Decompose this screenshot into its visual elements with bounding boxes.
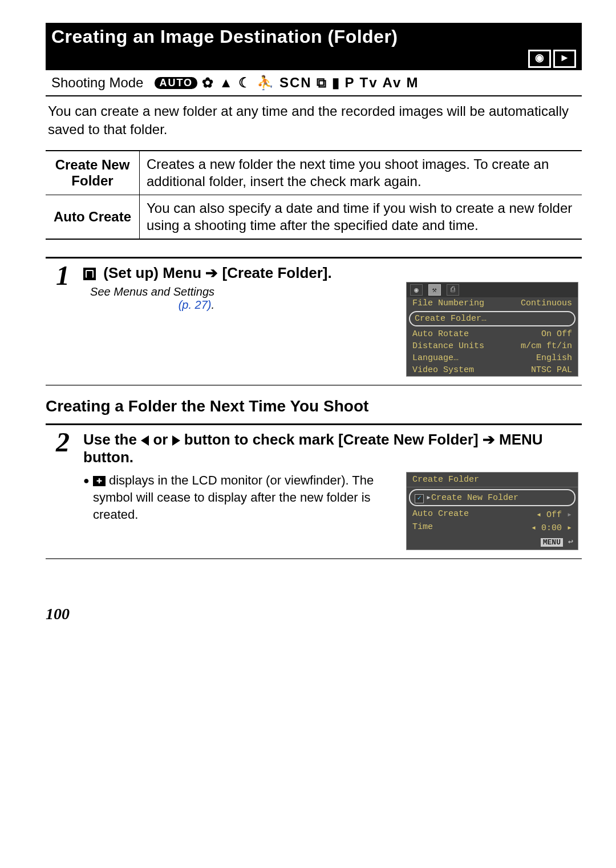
lcd-row: Time◂ 0:00 ▸ xyxy=(407,521,578,534)
arrow-right-icon: ➔ xyxy=(483,431,495,449)
intro-text: You can create a new folder at any time … xyxy=(48,102,579,139)
lcd-tab-camera-icon: ◉ xyxy=(410,284,423,296)
mode-scn-icon: SCN xyxy=(279,75,312,91)
mode-m-icon: M xyxy=(406,75,419,91)
lcd-screenshot-2: Create Folder ✓▸Create New Folder Auto C… xyxy=(406,472,578,550)
mode-auto-icon: AUTO xyxy=(155,77,197,89)
lcd-row: File NumberingContinuous xyxy=(407,297,578,309)
table-row: Auto Create You can also specify a date … xyxy=(46,195,582,240)
checkbox-icon: ✓ xyxy=(415,494,424,503)
arrow-right-icon: ➔ xyxy=(205,264,218,282)
lcd-tab-tools-icon: ⚒ xyxy=(428,284,441,296)
def-label: Create New Folder xyxy=(46,151,140,195)
mode-landscape-icon: ▲ xyxy=(219,75,234,91)
see-reference: See Menus and Settings (p. 27). xyxy=(83,285,397,312)
def-desc: You can also specify a date and time if … xyxy=(140,195,582,240)
return-icon: ↩ xyxy=(568,538,573,547)
menu-button-label: MENU xyxy=(541,538,563,547)
lcd-row: Auto RotateOn Off xyxy=(407,328,578,340)
lcd-title: Create Folder xyxy=(407,473,578,487)
step-number: 2 xyxy=(46,425,80,558)
step-heading: (Set up) Menu ➔ [Create Folder]. xyxy=(83,264,578,282)
title-mode-icons: ◉► xyxy=(51,50,576,68)
mode-portrait-icon: ✿ xyxy=(202,75,214,91)
bullet-text: displays in the LCD monitor (or viewfind… xyxy=(93,473,374,522)
bullet-dot-icon: ● xyxy=(83,472,90,523)
shooting-mode-icons: AUTO ✿ ▲ ☾ ⛹ SCN ⧉ ▮ P Tv Av M xyxy=(155,75,419,91)
step-heading: Use the or button to check mark [Create … xyxy=(83,431,578,466)
shooting-mode-label: Shooting Mode xyxy=(51,75,143,91)
lcd-row: Distance Unitsm/cm ft/in xyxy=(407,340,578,352)
mode-stitch-icon: ⧉ xyxy=(317,75,327,91)
step-number: 1 xyxy=(46,259,80,385)
folder-new-icon: ✚ xyxy=(93,476,106,486)
mode-tv-icon: Tv xyxy=(360,75,378,91)
bullet-item: ● ✚ displays in the LCD monitor (or view… xyxy=(83,472,397,523)
step-text-a: (Set up) Menu xyxy=(103,264,201,281)
mode-kids-icon: ⛹ xyxy=(257,75,275,91)
table-row: Create New Folder Creates a new folder t… xyxy=(46,151,582,195)
playback-icon: ► xyxy=(553,50,576,68)
lcd-selected-row: Create Folder… xyxy=(409,311,576,326)
mode-p-icon: P xyxy=(345,75,355,91)
page-ref-link[interactable]: (p. 27) xyxy=(179,298,212,311)
right-button-icon xyxy=(172,435,180,446)
section-title-block: Creating an Image Destination (Folder) ◉… xyxy=(46,23,582,70)
def-label: Auto Create xyxy=(46,195,140,240)
mode-av-icon: Av xyxy=(383,75,402,91)
camera-icon: ◉ xyxy=(528,50,551,68)
definitions-table: Create New Folder Creates a new folder t… xyxy=(46,150,582,240)
setup-icon xyxy=(83,268,96,280)
def-desc: Creates a new folder the next time you s… xyxy=(140,151,582,195)
step-text-b: [Create Folder]. xyxy=(222,264,332,281)
shooting-mode-bar: Shooting Mode AUTO ✿ ▲ ☾ ⛹ SCN ⧉ ▮ P Tv … xyxy=(46,70,582,96)
lcd-row: Language…English xyxy=(407,352,578,364)
page-number: 100 xyxy=(46,605,582,623)
step-1: 1 (Set up) Menu ➔ [Create Folder]. See M… xyxy=(46,257,582,386)
lcd-selected-row: ✓▸Create New Folder xyxy=(409,489,576,506)
left-button-icon xyxy=(141,435,149,446)
lcd-tab-print-icon: ⎙ xyxy=(447,284,459,296)
lcd-screenshot-1: ◉ ⚒ ⎙ File NumberingContinuous Create Fo… xyxy=(406,282,578,377)
lcd-menu-back: MENU ↩ xyxy=(407,534,578,550)
lcd-row: Auto Create◂ Off ▸ xyxy=(407,508,578,521)
subsection-heading: Creating a Folder the Next Time You Shoo… xyxy=(46,397,582,415)
section-title: Creating an Image Destination (Folder) xyxy=(51,26,576,47)
mode-night-icon: ☾ xyxy=(238,75,252,91)
step-2: 2 Use the or button to check mark [Creat… xyxy=(46,423,582,559)
lcd-row: Video SystemNTSC PAL xyxy=(407,364,578,376)
mode-movie-icon: ▮ xyxy=(332,75,341,91)
lcd-tab-bar: ◉ ⚒ ⎙ xyxy=(407,282,578,297)
